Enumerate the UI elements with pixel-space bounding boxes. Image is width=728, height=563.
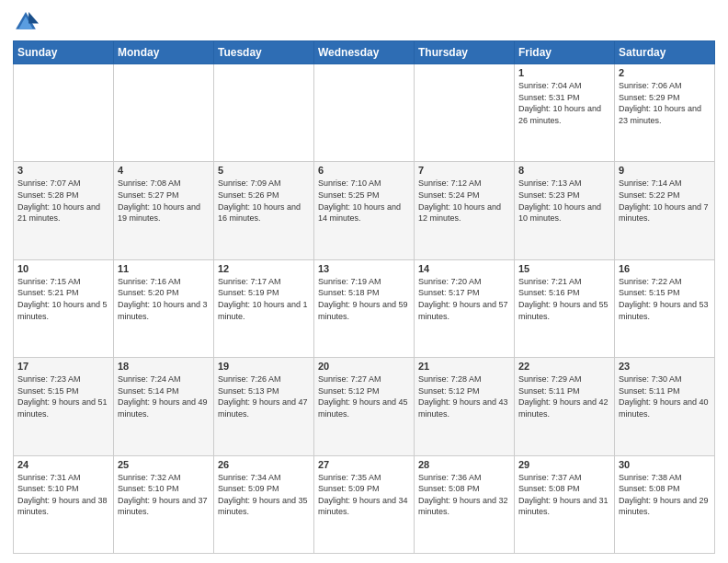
day-info: Sunrise: 7:26 AM Sunset: 5:13 PM Dayligh… [218,374,308,419]
page: SundayMondayTuesdayWednesdayThursdayFrid… [0,0,728,563]
calendar-cell: 4Sunrise: 7:08 AM Sunset: 5:27 PM Daylig… [114,162,214,259]
calendar-cell: 18Sunrise: 7:24 AM Sunset: 5:14 PM Dayli… [114,358,214,455]
day-info: Sunrise: 7:15 AM Sunset: 5:21 PM Dayligh… [17,277,108,321]
calendar-cell: 10Sunrise: 7:15 AM Sunset: 5:21 PM Dayli… [14,259,114,357]
calendar-cell: 23Sunrise: 7:30 AM Sunset: 5:11 PM Dayli… [615,358,715,455]
day-number: 17 [17,361,109,372]
weekday-header-friday: Friday [515,41,615,64]
week-row-3: 17Sunrise: 7:23 AM Sunset: 5:15 PM Dayli… [14,358,715,455]
day-info: Sunrise: 7:12 AM Sunset: 5:24 PM Dayligh… [418,178,501,223]
day-info: Sunrise: 7:27 AM Sunset: 5:12 PM Dayligh… [318,374,408,419]
calendar-cell: 19Sunrise: 7:26 AM Sunset: 5:13 PM Dayli… [214,358,314,455]
day-number: 15 [518,263,610,274]
week-row-2: 10Sunrise: 7:15 AM Sunset: 5:21 PM Dayli… [14,259,715,357]
calendar-cell: 24Sunrise: 7:31 AM Sunset: 5:10 PM Dayli… [14,455,114,553]
day-info: Sunrise: 7:21 AM Sunset: 5:16 PM Dayligh… [518,277,609,321]
logo-icon [13,9,39,35]
day-info: Sunrise: 7:17 AM Sunset: 5:19 PM Dayligh… [218,277,308,321]
day-info: Sunrise: 7:16 AM Sunset: 5:20 PM Dayligh… [118,277,208,321]
calendar-cell: 1Sunrise: 7:04 AM Sunset: 5:31 PM Daylig… [515,64,615,162]
weekday-header-wednesday: Wednesday [314,41,415,64]
day-info: Sunrise: 7:04 AM Sunset: 5:31 PM Dayligh… [518,81,601,125]
day-number: 19 [218,361,310,372]
day-info: Sunrise: 7:30 AM Sunset: 5:11 PM Dayligh… [619,374,709,419]
calendar-cell: 5Sunrise: 7:09 AM Sunset: 5:26 PM Daylig… [214,162,314,259]
day-info: Sunrise: 7:14 AM Sunset: 5:22 PM Dayligh… [619,178,709,223]
weekday-header-sunday: Sunday [14,41,114,64]
day-info: Sunrise: 7:07 AM Sunset: 5:28 PM Dayligh… [17,178,100,223]
day-info: Sunrise: 7:38 AM Sunset: 5:08 PM Dayligh… [619,473,709,517]
calendar-cell: 25Sunrise: 7:32 AM Sunset: 5:10 PM Dayli… [114,455,214,553]
calendar-cell: 12Sunrise: 7:17 AM Sunset: 5:19 PM Dayli… [214,259,314,357]
day-number: 30 [619,459,711,470]
calendar-cell: 14Sunrise: 7:20 AM Sunset: 5:17 PM Dayli… [415,259,515,357]
calendar-cell: 15Sunrise: 7:21 AM Sunset: 5:16 PM Dayli… [515,259,615,357]
calendar-cell: 21Sunrise: 7:28 AM Sunset: 5:12 PM Dayli… [415,358,515,455]
calendar-cell: 16Sunrise: 7:22 AM Sunset: 5:15 PM Dayli… [615,259,715,357]
day-number: 11 [118,263,210,274]
day-info: Sunrise: 7:34 AM Sunset: 5:09 PM Dayligh… [218,473,308,517]
day-number: 24 [17,459,109,470]
day-number: 29 [518,459,610,470]
day-number: 25 [118,459,210,470]
day-info: Sunrise: 7:22 AM Sunset: 5:15 PM Dayligh… [619,277,709,321]
header [13,9,715,35]
calendar-cell: 13Sunrise: 7:19 AM Sunset: 5:18 PM Dayli… [314,259,415,357]
day-number: 5 [218,165,310,176]
calendar-cell [14,64,114,162]
day-info: Sunrise: 7:08 AM Sunset: 5:27 PM Dayligh… [118,178,200,223]
weekday-header-thursday: Thursday [415,41,515,64]
week-row-1: 3Sunrise: 7:07 AM Sunset: 5:28 PM Daylig… [14,162,715,259]
day-info: Sunrise: 7:35 AM Sunset: 5:09 PM Dayligh… [318,473,408,517]
day-number: 7 [418,165,510,176]
day-info: Sunrise: 7:09 AM Sunset: 5:26 PM Dayligh… [218,178,301,223]
day-number: 20 [318,361,410,372]
weekday-header-saturday: Saturday [615,41,715,64]
day-info: Sunrise: 7:06 AM Sunset: 5:29 PM Dayligh… [619,81,701,125]
calendar-cell: 29Sunrise: 7:37 AM Sunset: 5:08 PM Dayli… [515,455,615,553]
weekday-header-monday: Monday [114,41,214,64]
calendar-cell: 17Sunrise: 7:23 AM Sunset: 5:15 PM Dayli… [14,358,114,455]
day-number: 9 [619,165,711,176]
calendar-cell: 2Sunrise: 7:06 AM Sunset: 5:29 PM Daylig… [615,64,715,162]
day-number: 1 [518,67,610,78]
calendar-cell [214,64,314,162]
day-number: 23 [619,361,711,372]
calendar-cell [114,64,214,162]
day-info: Sunrise: 7:36 AM Sunset: 5:08 PM Dayligh… [418,473,508,517]
day-number: 4 [118,165,210,176]
day-number: 26 [218,459,310,470]
day-number: 2 [619,67,711,78]
calendar-cell [314,64,415,162]
day-number: 3 [17,165,109,176]
calendar-cell: 3Sunrise: 7:07 AM Sunset: 5:28 PM Daylig… [14,162,114,259]
day-info: Sunrise: 7:23 AM Sunset: 5:15 PM Dayligh… [17,374,108,419]
day-number: 14 [418,263,510,274]
day-number: 8 [518,165,610,176]
day-info: Sunrise: 7:19 AM Sunset: 5:18 PM Dayligh… [318,277,408,321]
calendar-cell: 20Sunrise: 7:27 AM Sunset: 5:12 PM Dayli… [314,358,415,455]
calendar-cell: 8Sunrise: 7:13 AM Sunset: 5:23 PM Daylig… [515,162,615,259]
week-row-0: 1Sunrise: 7:04 AM Sunset: 5:31 PM Daylig… [14,64,715,162]
calendar-cell: 6Sunrise: 7:10 AM Sunset: 5:25 PM Daylig… [314,162,415,259]
day-info: Sunrise: 7:32 AM Sunset: 5:10 PM Dayligh… [118,473,208,517]
calendar-cell: 7Sunrise: 7:12 AM Sunset: 5:24 PM Daylig… [415,162,515,259]
day-number: 13 [318,263,410,274]
day-number: 22 [518,361,610,372]
day-number: 10 [17,263,109,274]
day-number: 6 [318,165,410,176]
svg-marker-2 [28,12,39,23]
calendar-cell: 9Sunrise: 7:14 AM Sunset: 5:22 PM Daylig… [615,162,715,259]
day-number: 27 [318,459,410,470]
day-info: Sunrise: 7:37 AM Sunset: 5:08 PM Dayligh… [518,473,609,517]
day-number: 12 [218,263,310,274]
day-info: Sunrise: 7:20 AM Sunset: 5:17 PM Dayligh… [418,277,508,321]
calendar-cell [415,64,515,162]
calendar-cell: 30Sunrise: 7:38 AM Sunset: 5:08 PM Dayli… [615,455,715,553]
calendar-cell: 27Sunrise: 7:35 AM Sunset: 5:09 PM Dayli… [314,455,415,553]
day-info: Sunrise: 7:10 AM Sunset: 5:25 PM Dayligh… [318,178,401,223]
weekday-header-tuesday: Tuesday [214,41,314,64]
calendar-cell: 22Sunrise: 7:29 AM Sunset: 5:11 PM Dayli… [515,358,615,455]
day-number: 16 [619,263,711,274]
calendar-cell: 26Sunrise: 7:34 AM Sunset: 5:09 PM Dayli… [214,455,314,553]
